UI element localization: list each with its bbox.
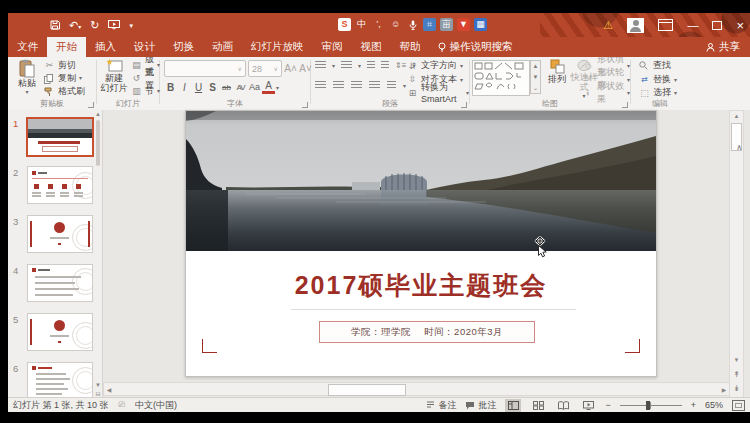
bold-button[interactable]: B (164, 80, 177, 94)
close-button[interactable]: × (736, 19, 744, 32)
shapes-gallery-scroll[interactable]: ▲▼⌄ (530, 60, 541, 94)
ime-keyboard-icon[interactable]: ⌗ (423, 18, 436, 31)
slide-canvas[interactable]: 2017硕毕业主题班会 学院：理学院 时间：2020年3月 (185, 110, 657, 377)
slideshow-view-button[interactable] (580, 399, 596, 412)
columns-button[interactable] (387, 81, 396, 90)
paragraph-dialog-launcher[interactable] (461, 102, 467, 108)
notes-toggle[interactable]: 备注 (426, 399, 456, 412)
tab-animations[interactable]: 动画 (203, 37, 242, 57)
strikethrough-button[interactable]: ab (220, 80, 233, 94)
cut-button[interactable]: ✂剪切 (44, 59, 85, 72)
italic-button[interactable]: I (178, 80, 191, 94)
panel-scrollbar[interactable]: ▲ ▼ ⊟ (94, 110, 102, 398)
previous-slide-button[interactable]: ↟ (730, 370, 743, 379)
font-color-button[interactable]: A (262, 80, 275, 94)
horizontal-scrollbar[interactable]: ◀ ▶ (103, 382, 730, 396)
vertical-scrollbar[interactable]: ▲ ▼ ↟ ↡ (729, 110, 744, 398)
paste-button[interactable]: 粘贴 ▾ (12, 59, 42, 99)
slide-thumbnail-6[interactable] (27, 362, 93, 400)
slide-thumbnail-2[interactable] (27, 166, 93, 204)
start-slideshow-icon[interactable] (108, 20, 120, 30)
font-family-select[interactable]: ∨ (164, 60, 246, 77)
tab-design[interactable]: 设计 (125, 37, 164, 57)
scroll-right-icon[interactable]: ▶ (719, 386, 729, 393)
undo-icon[interactable]: ↶▾ (69, 20, 81, 31)
copy-button[interactable]: 复制▾ (44, 72, 85, 85)
drawing-dialog-launcher[interactable] (622, 102, 628, 108)
zoom-slider-thumb[interactable] (646, 401, 650, 410)
zoom-out-button[interactable]: − (605, 400, 610, 410)
ime-mode-icon[interactable]: 中 (355, 18, 368, 31)
clipboard-dialog-launcher[interactable] (88, 102, 94, 108)
tab-review[interactable]: 审阅 (313, 37, 352, 57)
align-right-button[interactable] (351, 81, 362, 90)
slide-title-text[interactable]: 2017硕毕业主题班会 (186, 269, 656, 302)
font-dialog-launcher[interactable] (302, 102, 308, 108)
ime-punctuation-icon[interactable]: ’, (372, 18, 385, 31)
arrange-button[interactable]: 排列 (544, 59, 570, 99)
align-center-button[interactable] (333, 81, 344, 90)
ribbon-display-options-icon[interactable] (658, 19, 673, 31)
numbering-button[interactable] (341, 61, 352, 70)
warning-icon[interactable]: ⚠ (604, 20, 614, 31)
reading-view-button[interactable] (555, 399, 571, 412)
slide-photo[interactable] (186, 111, 656, 251)
next-slide-button[interactable]: ↡ (730, 384, 743, 393)
customize-qat-icon[interactable]: ▾ (129, 22, 133, 29)
zoom-slider[interactable] (620, 399, 682, 412)
save-icon[interactable] (50, 20, 60, 30)
increase-font-icon[interactable]: A˄ (284, 62, 297, 76)
find-button[interactable]: 查找 (639, 59, 677, 72)
bullets-button[interactable] (315, 61, 326, 70)
text-direction-button[interactable]: ⇵文字方向▾ (407, 59, 469, 72)
language-status[interactable]: 中文(中国) (135, 399, 177, 412)
slide-thumbnail-5[interactable] (27, 313, 93, 351)
scroll-left-icon[interactable]: ◀ (104, 386, 114, 393)
reset-button[interactable]: ↺重置 (131, 72, 160, 85)
slide-thumbnail-1[interactable] (26, 117, 94, 157)
comments-toggle[interactable]: 批注 (465, 399, 496, 412)
tab-insert[interactable]: 插入 (86, 37, 125, 57)
tell-me-search[interactable]: 操作说明搜索 (430, 37, 521, 57)
slide-sorter-view-button[interactable] (530, 399, 546, 412)
redo-icon[interactable]: ↻ (90, 20, 99, 31)
tab-view[interactable]: 视图 (352, 37, 391, 57)
tab-help[interactable]: 帮助 (391, 37, 430, 57)
scroll-down-icon[interactable]: ▼ (730, 357, 743, 363)
increase-indent-button[interactable] (381, 61, 389, 70)
character-spacing-button[interactable]: AV (234, 80, 247, 94)
tab-transitions[interactable]: 切换 (164, 37, 203, 57)
text-shadow-button[interactable]: S (206, 80, 219, 94)
minimize-button[interactable]: — (687, 20, 698, 31)
normal-view-button[interactable] (505, 399, 521, 412)
align-left-button[interactable] (315, 81, 326, 90)
zoom-level[interactable]: 65% (705, 400, 723, 410)
font-size-select[interactable]: 28∨ (248, 60, 282, 77)
accessibility-icon[interactable]: ⎚ (119, 400, 125, 410)
collapse-ribbon-icon[interactable]: ∧ (736, 143, 742, 152)
share-button[interactable]: 共享 (696, 37, 750, 57)
account-avatar[interactable] (627, 18, 644, 33)
zoom-in-button[interactable]: + (691, 400, 696, 410)
ime-mic-icon[interactable] (406, 18, 419, 31)
format-painter-button[interactable]: 格式刷 (44, 85, 85, 98)
scroll-up-icon[interactable]: ▲ (730, 113, 743, 119)
ime-tools-icon[interactable]: 亩 (440, 18, 453, 31)
ime-logo-icon[interactable]: S (338, 18, 351, 31)
underline-button[interactable]: U (192, 80, 205, 94)
justify-button[interactable] (369, 81, 380, 90)
panel-scrollbar-thumb[interactable] (96, 120, 100, 166)
ime-emoji-icon[interactable]: ☺ (389, 18, 402, 31)
tab-file[interactable]: 文件 (8, 37, 47, 57)
change-case-button[interactable]: Aa (248, 80, 261, 94)
shapes-gallery[interactable] (472, 60, 530, 96)
fit-slide-to-window-icon[interactable] (732, 400, 745, 411)
decrease-indent-button[interactable] (367, 61, 375, 70)
replace-button[interactable]: ⇄替换▾ (639, 73, 677, 86)
tab-slideshow[interactable]: 幻灯片放映 (242, 37, 313, 57)
ime-toolbox-icon[interactable]: ▦ (474, 18, 487, 31)
ime-skin-icon[interactable]: ▼ (457, 18, 470, 31)
new-slide-button[interactable]: 新建 幻灯片 (98, 59, 130, 99)
tab-home[interactable]: 开始 (47, 37, 86, 57)
restore-button[interactable] (712, 21, 722, 30)
